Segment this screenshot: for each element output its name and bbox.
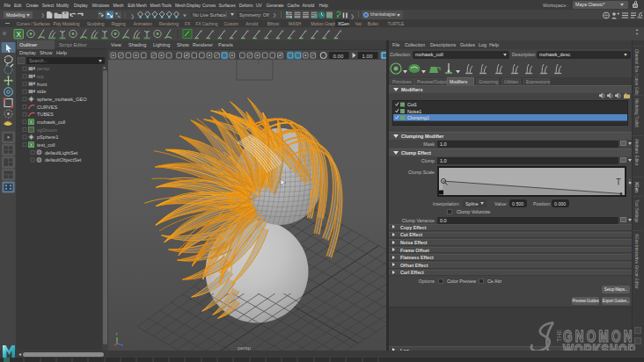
svg-text:CURVES: CURVES [37,105,57,110]
svg-text:mohawk_coll: mohawk_coll [37,119,65,125]
svg-text:1.00: 1.00 [362,53,373,58]
svg-text:test_coll: test_coll [37,142,55,148]
svg-text:Cut1: Cut1 [407,102,417,107]
svg-text:X: X [16,30,21,39]
svg-text:front: front [37,82,48,87]
svg-text:defaultLightSet: defaultLightSet [45,150,78,156]
svg-text:THE: THE [556,329,562,342]
svg-text:xgGroom: xgGroom [37,127,57,133]
svg-text:Noise1: Noise1 [407,109,421,114]
svg-text:persp: persp [238,345,252,351]
svg-text:pSphere1: pSphere1 [37,134,58,140]
svg-text:TUBES: TUBES [37,112,54,117]
svg-text:defaultObjectSet: defaultObjectSet [45,157,82,163]
svg-text:side: side [37,89,46,94]
svg-text:0.00: 0.00 [333,53,344,58]
svg-text:sphere_mohawk_GEO: sphere_mohawk_GEO [37,97,87,102]
svg-text:persp: persp [37,66,49,71]
svg-text:Clumping1: Clumping1 [407,115,429,120]
svg-text:top: top [37,74,44,79]
